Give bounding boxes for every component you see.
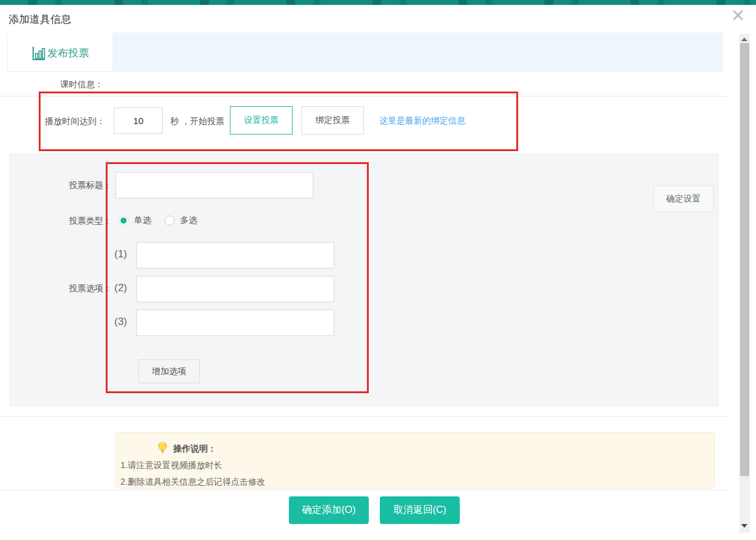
- playback-suffix-label: 秒 ，开始投票: [170, 116, 224, 127]
- option-3-input[interactable]: [136, 310, 334, 336]
- scrollbar-thumb[interactable]: [740, 43, 749, 476]
- radio-circle-icon: [165, 216, 175, 225]
- bar-chart-icon: [31, 45, 46, 61]
- instructions-title: 操作说明：: [173, 444, 216, 455]
- divider-top: [0, 96, 727, 96]
- option-3-index: (3): [114, 316, 127, 328]
- modal-title: 添加道具信息: [9, 12, 71, 26]
- option-1-input[interactable]: [136, 242, 334, 268]
- tab-strip-background: [112, 33, 723, 72]
- add-prop-info-modal: 添加道具信息 ✕ 发布投票 课时信息： 播放时间达到： 秒 ，开始投票 设置投票…: [0, 0, 756, 540]
- vote-options-label: 投票选项：: [69, 283, 112, 294]
- background-page-header-bar: [0, 0, 756, 5]
- scrollbar-down-arrow-icon[interactable]: [741, 524, 747, 528]
- option-2-index: (2): [114, 282, 127, 294]
- bind-info-link[interactable]: 这里是最新的绑定信息: [379, 115, 465, 127]
- option-2-input[interactable]: [136, 276, 334, 302]
- radio-single-choice[interactable]: 单选: [119, 215, 151, 226]
- add-option-button[interactable]: 增加选项: [138, 359, 200, 383]
- instruction-line-1: 1.请注意设置视频播放时长: [120, 460, 222, 471]
- radio-multi-choice[interactable]: 多选: [165, 215, 197, 226]
- tab-publish-vote-label: 发布投票: [47, 46, 89, 60]
- radio-circle-icon: [119, 216, 128, 225]
- tab-publish-vote[interactable]: 发布投票: [7, 35, 112, 72]
- scrollbar-up-arrow-icon[interactable]: [741, 37, 747, 41]
- lesson-info-label: 课时信息：: [60, 79, 103, 90]
- option-1-index: (1): [114, 248, 127, 260]
- divider-bottom: [0, 490, 727, 490]
- radio-single-choice-label: 单选: [134, 215, 151, 226]
- vote-title-input[interactable]: [116, 172, 313, 198]
- lightbulb-icon: [157, 441, 168, 456]
- playback-time-label: 播放时间达到：: [45, 116, 105, 127]
- radio-multi-choice-label: 多选: [180, 215, 197, 226]
- set-vote-button[interactable]: 设置投票: [230, 106, 293, 135]
- vote-title-label: 投票标题：: [69, 180, 112, 191]
- bind-vote-button[interactable]: 绑定投票: [301, 106, 364, 135]
- confirm-add-button[interactable]: 确定添加(O): [289, 496, 369, 524]
- confirm-settings-button[interactable]: 确定设置: [653, 186, 714, 212]
- cancel-return-button[interactable]: 取消返回(C): [380, 496, 460, 524]
- divider-middle: [0, 416, 727, 417]
- close-icon[interactable]: ✕: [731, 7, 745, 25]
- seconds-input[interactable]: [114, 108, 163, 134]
- vertical-scrollbar[interactable]: [739, 34, 750, 533]
- instruction-line-2: 2.删除道具相关信息之后记得点击修改: [120, 477, 266, 488]
- vote-type-label: 投票类型：: [69, 216, 112, 227]
